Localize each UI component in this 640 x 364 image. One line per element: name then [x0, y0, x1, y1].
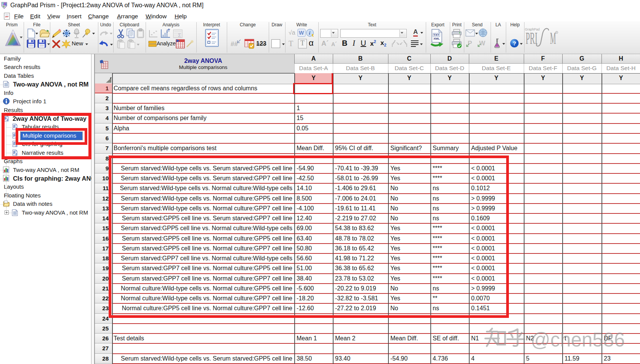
svg-text:@chen586: @chen586 [531, 329, 625, 351]
svg-text:t: t [167, 29, 168, 33]
svg-text:?: ? [513, 40, 516, 47]
svg-text:TXT: TXT [433, 33, 439, 37]
svg-text:M: M [550, 29, 556, 48]
svg-text:W: W [299, 30, 304, 36]
svg-text:i: i [309, 30, 311, 36]
svg-text:XML: XML [433, 37, 440, 40]
svg-text:Σ: Σ [178, 32, 181, 38]
svg-text:PRI: PRI [526, 29, 537, 48]
